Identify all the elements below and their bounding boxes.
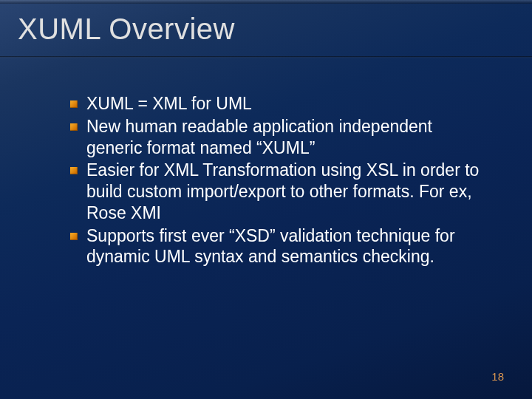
slide-title: XUML Overview xyxy=(0,4,532,46)
bullet-list: XUML = XML for UML New human readable ap… xyxy=(70,93,488,267)
list-item: Supports first ever “XSD” validation tec… xyxy=(70,225,488,268)
slide-number: 18 xyxy=(491,370,504,383)
list-item: XUML = XML for UML xyxy=(70,93,488,115)
list-item: New human readable application independe… xyxy=(70,116,488,159)
list-item: Easier for XML Transformation using XSL … xyxy=(70,160,488,223)
slide-content: XUML = XML for UML New human readable ap… xyxy=(0,58,532,267)
